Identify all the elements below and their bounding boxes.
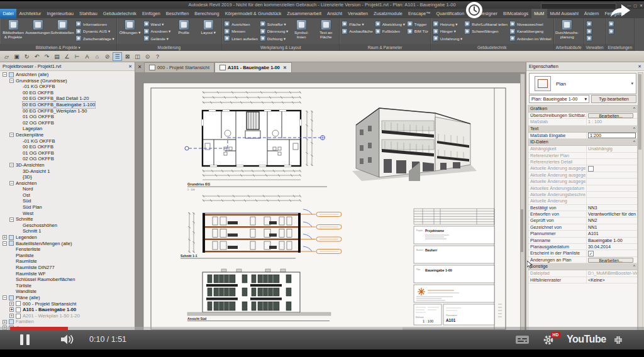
tree-item-deckenpl-ne[interactable]: −Deckenpläne bbox=[0, 132, 135, 138]
ribbon-tab-beschriften[interactable]: Beschriften bbox=[163, 9, 192, 18]
ribbon-button-rohr-luftkanal-teilen[interactable]: Rohr/Luftkanal teilen bbox=[464, 21, 508, 27]
ribbon-button-phases-icon[interactable] bbox=[586, 28, 592, 35]
ribbon-tab-datei[interactable]: Datei bbox=[0, 9, 16, 18]
tree-item-lageplan[interactable]: Lageplan bbox=[0, 126, 135, 132]
document-tab-a101-baueingabe-1-00[interactable]: A101 - Baueingabe 1-00✕ bbox=[214, 62, 292, 72]
ribbon-button-dynamic-aus[interactable]: Dynamic AUS ▾ bbox=[75, 28, 114, 35]
ribbon-button-dichtung[interactable]: Dichtung ▾ bbox=[260, 35, 288, 41]
ribbon-tab-architektur[interactable]: Architektur bbox=[16, 9, 44, 18]
tree-item-west[interactable]: West bbox=[0, 211, 135, 217]
tree-item-a101-baueingabe-1-00[interactable]: +A101 - Baueingabe 1-00 bbox=[0, 307, 135, 313]
ribbon-button-ausbaufl-che[interactable]: Ausbaufläche bbox=[341, 28, 373, 35]
collapse-icon[interactable]: − bbox=[9, 79, 14, 83]
collapse-icon[interactable]: − bbox=[3, 241, 7, 246]
tree-item-fensterliste[interactable]: Fensterliste bbox=[0, 246, 135, 253]
close-icon[interactable]: ✕ bbox=[640, 3, 643, 9]
youtube-logo[interactable]: YouTube bbox=[567, 334, 606, 345]
collapse-icon[interactable]: ^ bbox=[633, 139, 635, 145]
ribbon-button-profile[interactable]: Profile bbox=[172, 19, 195, 35]
expand-icon[interactable]: + bbox=[9, 314, 14, 318]
close-icon[interactable]: ✕ bbox=[283, 63, 287, 72]
ribbon-tab-berechnung[interactable]: Berechnung bbox=[192, 9, 222, 18]
ribbon-button-text-an-fl-che[interactable]: Text an Fläche bbox=[314, 19, 337, 40]
switch-windows-icon[interactable]: ◫ bbox=[133, 52, 142, 61]
ribbon-tab-k-rpermodell-grundst-ck[interactable]: Körpermodell & Grundstück bbox=[222, 9, 284, 18]
collapse-icon[interactable]: − bbox=[9, 133, 14, 137]
tree-item-00-eg-okffb[interactable]: 00 EG OKFFB bbox=[0, 144, 135, 150]
collapse-icon[interactable]: ^ bbox=[633, 263, 635, 270]
collapse-icon[interactable]: − bbox=[3, 72, 7, 77]
collapse-icon[interactable]: ^ bbox=[633, 106, 635, 112]
ribbon-button-heizung[interactable]: Heizung ▾ bbox=[433, 21, 462, 27]
tree-item-00-eg-okffb-baueingabe-1-100[interactable]: 00 EG OKFFB_Baueingabe 1-100 bbox=[0, 102, 135, 108]
close-icon[interactable]: ✕ bbox=[638, 62, 641, 70]
tree-item-000-projekt-startansicht[interactable]: +000 - Projekt Startansicht bbox=[0, 301, 135, 307]
tree-item-familien[interactable]: +Familien bbox=[0, 319, 135, 325]
ribbon-tab-einf-gen[interactable]: Einfügen bbox=[140, 9, 164, 18]
tree-item-pl-ne-alle[interactable]: −Pläne (alle) bbox=[0, 295, 135, 301]
ribbon-button-durchbruchs-planung[interactable]: Durchbruchs- planung bbox=[556, 19, 579, 40]
property-section-text[interactable]: Text^ bbox=[528, 126, 637, 133]
section-icon[interactable]: ⊘ bbox=[103, 52, 112, 61]
volume-icon[interactable] bbox=[60, 334, 75, 345]
property-section-grafiken[interactable]: Grafiken^ bbox=[528, 106, 637, 113]
text-icon[interactable]: A bbox=[82, 52, 92, 61]
ribbon-button-selection-icon[interactable] bbox=[586, 35, 592, 41]
ribbon-button-linien-aufteilen[interactable]: Linien aufteilen bbox=[224, 35, 258, 41]
collapse-icon[interactable]: − bbox=[9, 217, 14, 222]
document-tab-000-projekt-startansicht[interactable]: 000 - Projekt Startansicht bbox=[144, 62, 214, 72]
ribbon-button-zwischenablage[interactable]: Zwischenablage ▾ bbox=[75, 35, 114, 41]
tree-item-schl-ssel-raumoberfl-chen[interactable]: Schlüssel Raumoberflächen bbox=[0, 277, 135, 283]
ribbon-button-abwicklung[interactable]: Abwicklung ▾ bbox=[375, 21, 405, 27]
properties-scrollbar[interactable] bbox=[638, 72, 643, 347]
aligned-dimension-icon[interactable]: ⊢ bbox=[72, 52, 82, 61]
chevron-down-icon[interactable]: ▾ bbox=[631, 81, 633, 86]
default-3d-view-icon[interactable]: ⌂ bbox=[92, 52, 102, 61]
ribbon-tab-mum[interactable]: MuM bbox=[531, 9, 547, 18]
ribbon-tab-zusatzmodule[interactable]: Zusatzmodule bbox=[371, 9, 406, 18]
thin-lines-icon[interactable]: ☰ bbox=[113, 52, 122, 61]
ribbon-button-fl-che[interactable]: Fläche ▾ bbox=[341, 21, 373, 27]
ribbon-button-gel-nde[interactable]: Gelände ▾ bbox=[143, 35, 171, 41]
collapse-icon[interactable]: − bbox=[9, 181, 14, 185]
ribbon-tab-verwalten[interactable]: Verwalten bbox=[345, 9, 371, 18]
tree-item-01-kg-okffb[interactable]: -01 KG OKFFB bbox=[0, 138, 135, 145]
ribbon-button-design-options-icon[interactable] bbox=[586, 21, 592, 27]
tree-item-geschossh-hen[interactable]: Geschosshöhen bbox=[0, 222, 135, 229]
tree-item-planliste[interactable]: Planliste bbox=[0, 253, 135, 259]
ribbon-button-niveauwechsel[interactable]: Niveauwechsel bbox=[509, 21, 552, 27]
tree-item-01-kg-okffb[interactable]: -01 KG OKFFB bbox=[0, 84, 135, 90]
collapse-icon[interactable]: ^ bbox=[633, 126, 635, 132]
ribbon-button-h-nger[interactable]: Hänger ▾ bbox=[433, 28, 462, 35]
ribbon-tab-quantification[interactable]: Quantification bbox=[433, 9, 467, 18]
ribbon-button-ffnungen[interactable]: Öffnungen ▾ bbox=[119, 19, 142, 35]
search-icon[interactable]: ⊙ bbox=[143, 52, 152, 61]
tree-item-schnitte[interactable]: −Schnitte bbox=[0, 216, 135, 222]
tree-item-00-eg-okffb[interactable]: 00 EG OKFFB bbox=[0, 90, 135, 96]
tree-item-schnitt-1[interactable]: Schnitt 1 bbox=[0, 228, 135, 234]
title-block[interactable]: Projekt Projektname Bauherr Bauherr Plan… bbox=[414, 209, 502, 325]
value-input[interactable]: 1:200 bbox=[588, 133, 636, 138]
ribbon-button-umfahrung[interactable]: Umfahrung ▾ bbox=[433, 35, 462, 41]
tree-item-bauteillisten-mengen-alle[interactable]: −Bauteillisten/Mengen (alle) bbox=[0, 241, 135, 247]
tree-item-ansichten-alle[interactable]: −Ansichten (alle) bbox=[0, 72, 135, 78]
sync-icon[interactable]: ↻ bbox=[22, 52, 31, 61]
collapse-icon[interactable]: − bbox=[3, 295, 7, 300]
close-icon[interactable]: ✕ bbox=[128, 62, 132, 70]
ribbon-button-auswertungen[interactable]: Auswertungen bbox=[26, 19, 49, 35]
ribbon-button-messen[interactable]: Messen bbox=[224, 28, 258, 35]
ribbon-button-bibliotheken-projekte[interactable]: Bibliotheken & Projekte bbox=[2, 19, 25, 40]
tree-item-01-og-okffb[interactable]: 01 OG OKFFB bbox=[0, 114, 135, 120]
drawing-area[interactable]: Grundriss EG 1 : 100 bbox=[135, 72, 526, 349]
expand-icon[interactable]: + bbox=[9, 302, 14, 306]
tree-item-s-d[interactable]: Süd bbox=[0, 198, 135, 204]
tree-item-02-og-okffb[interactable]: 02 OG OKFFB bbox=[0, 120, 135, 126]
tree-item-00-eg-okffb-werkplan-1-50[interactable]: 00 EG OKFFB_Werkplan 1-50 bbox=[0, 108, 135, 114]
ribbon-button-kanal-bergang[interactable]: Kanalübergang bbox=[509, 28, 552, 35]
tree-item-3d[interactable]: {3D} bbox=[0, 174, 135, 180]
tree-item-grundrisse-grundrisse[interactable]: −Grundrisse (Grundrisse) bbox=[0, 78, 135, 84]
ribbon-button-anbinden-im-winkel[interactable]: Anbinden im Winkel bbox=[509, 35, 552, 41]
tree-item-00-eg-okffb-bad-detail-1-20[interactable]: 00 EG OKFFB_Bad Detail 1-20 bbox=[0, 96, 135, 102]
ribbon-tab-zusammenarbeit[interactable]: Zusammenarbeit bbox=[284, 9, 325, 18]
ribbon-tab-geb-udetechnik[interactable]: Gebäudetechnik bbox=[100, 9, 139, 18]
